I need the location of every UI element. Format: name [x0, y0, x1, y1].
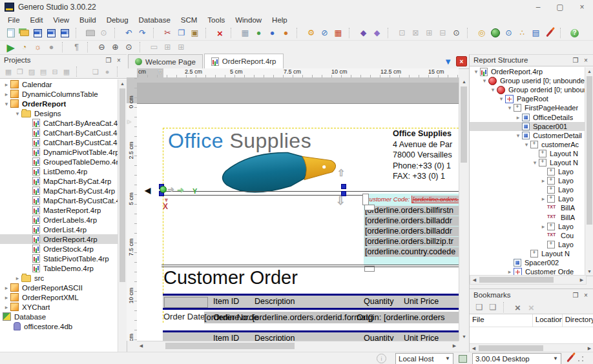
selection-handle[interactable] — [362, 194, 369, 205]
menu-item[interactable]: Window — [230, 15, 267, 25]
selection-handle[interactable] — [364, 205, 375, 210]
arrow-left-icon[interactable]: ◀ — [145, 186, 151, 195]
scroll-left-icon[interactable]: ◀ — [137, 341, 145, 350]
toolbar-button[interactable] — [560, 28, 567, 38]
p-new-group[interactable]: ▤ — [37, 66, 49, 77]
p-add-file[interactable]: ❏ — [90, 66, 101, 77]
expander-icon[interactable]: ▾ — [531, 159, 539, 166]
float-panel-icon[interactable]: ❐ — [103, 56, 114, 65]
report-tree-hscrollbar[interactable]: ◀ ▶ — [470, 275, 587, 285]
bm-next[interactable]: ❏ — [486, 301, 499, 314]
report-heading[interactable]: Customer Order — [163, 267, 298, 288]
table-header-label[interactable]: Quantity — [364, 297, 394, 306]
origin-handle[interactable] — [160, 186, 167, 193]
save-as[interactable] — [45, 26, 58, 39]
filter-icon[interactable]: ▼ — [444, 57, 452, 66]
table-header-label[interactable]: Description — [255, 334, 295, 341]
p-rebuild[interactable]: ❐ — [14, 66, 26, 77]
build-settings[interactable]: ⚙ — [304, 26, 318, 39]
menu-item[interactable]: Debug — [101, 15, 134, 25]
expander-icon[interactable]: ▸ — [514, 114, 522, 121]
db-browser[interactable]: ◎ — [475, 26, 488, 39]
resize-down-arrow-icon[interactable]: ⇩ — [336, 194, 346, 208]
print-preview[interactable]: ⊙ — [97, 26, 110, 39]
bookmarks-column-header[interactable]: Directory — [563, 314, 593, 327]
expander-icon[interactable]: ▾ — [14, 110, 21, 117]
draw-frame[interactable]: ▭ — [147, 41, 161, 54]
float-panel-icon[interactable]: ❐ — [570, 56, 581, 65]
expander-icon[interactable]: ▾ — [497, 96, 505, 102]
toolbar-button[interactable] — [388, 28, 394, 38]
environment-combobox[interactable]: 3.00.04 Desktop ▼ — [472, 353, 561, 364]
new-file[interactable] — [4, 26, 17, 39]
report-tree-item[interactable]: Cou — [470, 231, 585, 240]
bookmarks-column-header[interactable]: Location — [533, 314, 563, 327]
report-tree-item[interactable]: Spacer002 — [470, 258, 585, 267]
report-tree-item[interactable]: ▸ Layo — [470, 222, 585, 231]
p-options[interactable]: ● — [101, 66, 113, 77]
table-header-row[interactable]: Item IDDescriptionQuantityUnit Price — [163, 332, 459, 341]
scroll-up-icon[interactable]: ▲ — [585, 67, 593, 76]
close-panel-icon[interactable]: × — [581, 56, 591, 65]
project-tree-item[interactable]: ▾ Designs — [0, 108, 118, 118]
report-tree-item[interactable]: BillA — [470, 213, 585, 222]
table-header-label[interactable]: Unit Price — [404, 334, 439, 341]
scroll-right-icon[interactable]: ▶ — [577, 276, 586, 284]
toolbar-button[interactable] — [140, 42, 146, 52]
host-combobox[interactable]: Local Host ▼ — [395, 353, 453, 364]
expander-icon[interactable]: ▸ — [539, 223, 547, 230]
report-tree-item[interactable]: ▸ OfficeDetails — [470, 112, 585, 121]
project-tree-item[interactable]: MapChart-ByCust.4rp — [0, 186, 118, 196]
grid-align[interactable]: ⊞ — [161, 41, 174, 54]
table-header-label[interactable]: Description — [255, 297, 295, 306]
expander-icon[interactable]: ▾ — [489, 86, 497, 93]
sync-meta-orange[interactable]: ● — [279, 26, 293, 39]
project-tree-item[interactable]: CatChart-ByAreaCat.4rp — [0, 118, 118, 128]
report-tree-vscrollbar[interactable]: ▲ ▼ — [585, 67, 593, 276]
project-tree-item[interactable]: OrderReport.4rp — [0, 234, 118, 244]
project-tree-item[interactable]: Database — [0, 312, 118, 321]
bm-delete-all[interactable]: × — [525, 301, 538, 314]
bm-delete[interactable]: × — [511, 301, 525, 314]
scroll-down-icon[interactable]: ▼ — [460, 332, 468, 341]
project-tree-item[interactable]: MapChart-ByCat.4rp — [0, 176, 118, 186]
report-tree-item[interactable]: ▸ Layo — [470, 194, 585, 203]
p-config[interactable]: ⊟ — [49, 66, 61, 77]
project-tree-item[interactable]: officestore.4db — [0, 321, 118, 331]
report-tree-item[interactable]: ▸ Layo — [470, 176, 585, 185]
import-project[interactable]: ◆ — [357, 26, 370, 39]
scroll-up-icon[interactable]: ▲ — [118, 79, 127, 88]
show-formatting[interactable]: ¶ — [70, 41, 83, 54]
menu-item[interactable]: Database — [134, 15, 176, 25]
report-tree-item[interactable]: Layo — [470, 240, 585, 249]
expander-icon[interactable]: ▸ — [3, 294, 10, 301]
zoom-out[interactable]: ⊖ — [95, 41, 109, 54]
table-header-label[interactable]: Item ID — [213, 297, 239, 306]
data-field[interactable]: [orderline.country.codede — [364, 247, 459, 257]
import-resources[interactable]: ◆ — [370, 26, 384, 39]
expander-icon[interactable]: ▾ — [514, 132, 522, 139]
maximize-button[interactable]: ▢ — [549, 0, 571, 14]
project-tree-item[interactable]: GroupedTableDemo.4rp — [0, 157, 118, 167]
delete[interactable]: × — [213, 26, 227, 39]
table-header-label[interactable]: Unit Price — [404, 297, 439, 306]
bookmarks-toolbar-button[interactable] — [503, 302, 510, 312]
project-tree-item[interactable]: ▸ OrderReportXML — [0, 292, 118, 302]
compare[interactable]: ⊘ — [318, 26, 331, 39]
document-tab[interactable]: Welcome Page — [128, 54, 203, 68]
menu-item[interactable]: Help — [267, 15, 293, 25]
toolbar-button[interactable] — [205, 28, 212, 38]
package[interactable]: ▦ — [331, 26, 345, 39]
float-panel-icon[interactable]: ❐ — [570, 290, 581, 299]
generate-4[interactable]: ⊟ — [436, 26, 450, 39]
paste[interactable]: ▣ — [188, 26, 202, 39]
expander-icon[interactable]: ▸ — [3, 91, 10, 97]
project-tree-item[interactable]: CatChart-ByCustCat.4rp — [0, 137, 118, 147]
close-tab-button[interactable]: × — [456, 56, 467, 66]
report-tree-item[interactable]: Layo — [470, 185, 585, 194]
expander-icon[interactable]: ▸ — [3, 81, 10, 88]
project-tree-item[interactable]: StaticPivotTable.4rp — [0, 254, 118, 263]
order-fields-overlap[interactable]: [orderline.ordeOrder No.:[orderline.orde… — [204, 312, 459, 323]
toolbar-button[interactable] — [153, 28, 160, 38]
generate-3[interactable]: ⊞ — [422, 26, 436, 39]
